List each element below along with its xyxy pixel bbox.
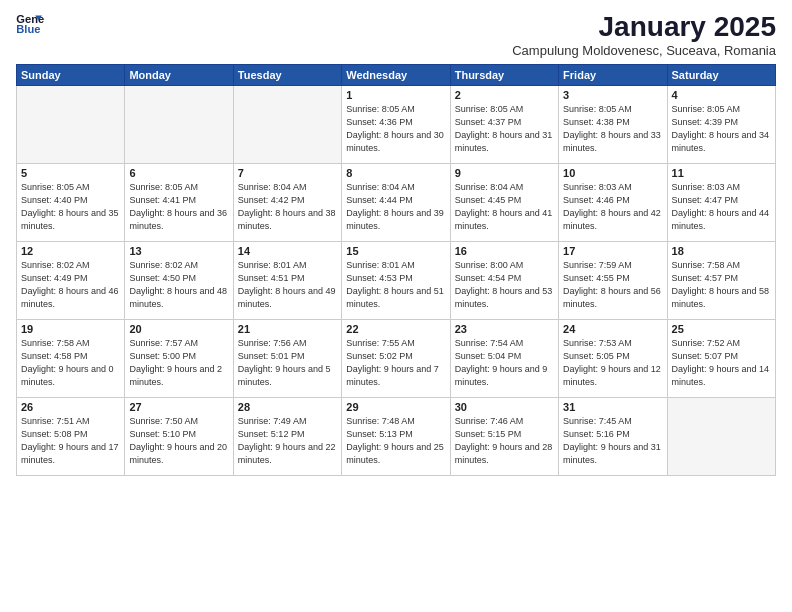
day-info: Sunrise: 8:05 AM Sunset: 4:39 PM Dayligh…	[672, 103, 771, 155]
header-saturday: Saturday	[667, 64, 775, 85]
day-number: 25	[672, 323, 771, 335]
calendar-cell	[125, 85, 233, 163]
calendar-cell	[233, 85, 341, 163]
day-info: Sunrise: 7:53 AM Sunset: 5:05 PM Dayligh…	[563, 337, 662, 389]
calendar-cell: 7Sunrise: 8:04 AM Sunset: 4:42 PM Daylig…	[233, 163, 341, 241]
calendar-cell: 25Sunrise: 7:52 AM Sunset: 5:07 PM Dayli…	[667, 319, 775, 397]
calendar-table: Sunday Monday Tuesday Wednesday Thursday…	[16, 64, 776, 476]
header-tuesday: Tuesday	[233, 64, 341, 85]
day-number: 27	[129, 401, 228, 413]
weekday-header-row: Sunday Monday Tuesday Wednesday Thursday…	[17, 64, 776, 85]
day-info: Sunrise: 7:57 AM Sunset: 5:00 PM Dayligh…	[129, 337, 228, 389]
week-row-2: 5Sunrise: 8:05 AM Sunset: 4:40 PM Daylig…	[17, 163, 776, 241]
day-number: 3	[563, 89, 662, 101]
day-info: Sunrise: 8:04 AM Sunset: 4:44 PM Dayligh…	[346, 181, 445, 233]
calendar-cell: 10Sunrise: 8:03 AM Sunset: 4:46 PM Dayli…	[559, 163, 667, 241]
header-thursday: Thursday	[450, 64, 558, 85]
day-number: 4	[672, 89, 771, 101]
day-info: Sunrise: 8:05 AM Sunset: 4:37 PM Dayligh…	[455, 103, 554, 155]
calendar-cell: 29Sunrise: 7:48 AM Sunset: 5:13 PM Dayli…	[342, 397, 450, 475]
day-info: Sunrise: 7:56 AM Sunset: 5:01 PM Dayligh…	[238, 337, 337, 389]
day-number: 10	[563, 167, 662, 179]
svg-text:Blue: Blue	[16, 23, 40, 35]
calendar-cell: 18Sunrise: 7:58 AM Sunset: 4:57 PM Dayli…	[667, 241, 775, 319]
calendar-cell: 11Sunrise: 8:03 AM Sunset: 4:47 PM Dayli…	[667, 163, 775, 241]
page: General Blue January 2025 Campulung Mold…	[0, 0, 792, 612]
day-number: 16	[455, 245, 554, 257]
header: General Blue January 2025 Campulung Mold…	[16, 12, 776, 58]
calendar-cell: 3Sunrise: 8:05 AM Sunset: 4:38 PM Daylig…	[559, 85, 667, 163]
calendar-cell: 27Sunrise: 7:50 AM Sunset: 5:10 PM Dayli…	[125, 397, 233, 475]
day-number: 5	[21, 167, 120, 179]
day-number: 29	[346, 401, 445, 413]
day-info: Sunrise: 8:04 AM Sunset: 4:42 PM Dayligh…	[238, 181, 337, 233]
day-info: Sunrise: 8:00 AM Sunset: 4:54 PM Dayligh…	[455, 259, 554, 311]
day-number: 1	[346, 89, 445, 101]
subtitle: Campulung Moldovenesc, Suceava, Romania	[512, 43, 776, 58]
calendar-cell: 12Sunrise: 8:02 AM Sunset: 4:49 PM Dayli…	[17, 241, 125, 319]
header-wednesday: Wednesday	[342, 64, 450, 85]
week-row-4: 19Sunrise: 7:58 AM Sunset: 4:58 PM Dayli…	[17, 319, 776, 397]
calendar-cell: 1Sunrise: 8:05 AM Sunset: 4:36 PM Daylig…	[342, 85, 450, 163]
day-info: Sunrise: 8:02 AM Sunset: 4:50 PM Dayligh…	[129, 259, 228, 311]
calendar-cell: 13Sunrise: 8:02 AM Sunset: 4:50 PM Dayli…	[125, 241, 233, 319]
day-info: Sunrise: 7:58 AM Sunset: 4:58 PM Dayligh…	[21, 337, 120, 389]
day-number: 21	[238, 323, 337, 335]
calendar-cell	[667, 397, 775, 475]
calendar-cell: 4Sunrise: 8:05 AM Sunset: 4:39 PM Daylig…	[667, 85, 775, 163]
day-number: 24	[563, 323, 662, 335]
day-number: 23	[455, 323, 554, 335]
calendar-cell: 8Sunrise: 8:04 AM Sunset: 4:44 PM Daylig…	[342, 163, 450, 241]
calendar-cell: 28Sunrise: 7:49 AM Sunset: 5:12 PM Dayli…	[233, 397, 341, 475]
calendar-cell: 15Sunrise: 8:01 AM Sunset: 4:53 PM Dayli…	[342, 241, 450, 319]
day-info: Sunrise: 8:05 AM Sunset: 4:41 PM Dayligh…	[129, 181, 228, 233]
calendar-cell: 26Sunrise: 7:51 AM Sunset: 5:08 PM Dayli…	[17, 397, 125, 475]
week-row-5: 26Sunrise: 7:51 AM Sunset: 5:08 PM Dayli…	[17, 397, 776, 475]
day-number: 18	[672, 245, 771, 257]
day-info: Sunrise: 7:49 AM Sunset: 5:12 PM Dayligh…	[238, 415, 337, 467]
header-monday: Monday	[125, 64, 233, 85]
calendar-cell: 6Sunrise: 8:05 AM Sunset: 4:41 PM Daylig…	[125, 163, 233, 241]
day-number: 9	[455, 167, 554, 179]
day-number: 2	[455, 89, 554, 101]
month-title: January 2025	[512, 12, 776, 43]
day-number: 28	[238, 401, 337, 413]
day-info: Sunrise: 8:05 AM Sunset: 4:38 PM Dayligh…	[563, 103, 662, 155]
calendar-cell: 30Sunrise: 7:46 AM Sunset: 5:15 PM Dayli…	[450, 397, 558, 475]
header-friday: Friday	[559, 64, 667, 85]
day-number: 26	[21, 401, 120, 413]
day-info: Sunrise: 7:52 AM Sunset: 5:07 PM Dayligh…	[672, 337, 771, 389]
day-number: 11	[672, 167, 771, 179]
logo: General Blue	[16, 12, 44, 36]
calendar-cell: 19Sunrise: 7:58 AM Sunset: 4:58 PM Dayli…	[17, 319, 125, 397]
calendar-cell: 22Sunrise: 7:55 AM Sunset: 5:02 PM Dayli…	[342, 319, 450, 397]
day-info: Sunrise: 7:55 AM Sunset: 5:02 PM Dayligh…	[346, 337, 445, 389]
day-number: 13	[129, 245, 228, 257]
day-number: 14	[238, 245, 337, 257]
day-info: Sunrise: 7:51 AM Sunset: 5:08 PM Dayligh…	[21, 415, 120, 467]
calendar-cell: 14Sunrise: 8:01 AM Sunset: 4:51 PM Dayli…	[233, 241, 341, 319]
day-number: 30	[455, 401, 554, 413]
calendar-cell: 16Sunrise: 8:00 AM Sunset: 4:54 PM Dayli…	[450, 241, 558, 319]
day-number: 12	[21, 245, 120, 257]
day-number: 15	[346, 245, 445, 257]
calendar-cell: 24Sunrise: 7:53 AM Sunset: 5:05 PM Dayli…	[559, 319, 667, 397]
day-info: Sunrise: 8:04 AM Sunset: 4:45 PM Dayligh…	[455, 181, 554, 233]
calendar-cell: 17Sunrise: 7:59 AM Sunset: 4:55 PM Dayli…	[559, 241, 667, 319]
day-info: Sunrise: 8:03 AM Sunset: 4:47 PM Dayligh…	[672, 181, 771, 233]
week-row-1: 1Sunrise: 8:05 AM Sunset: 4:36 PM Daylig…	[17, 85, 776, 163]
calendar-cell: 31Sunrise: 7:45 AM Sunset: 5:16 PM Dayli…	[559, 397, 667, 475]
day-info: Sunrise: 7:54 AM Sunset: 5:04 PM Dayligh…	[455, 337, 554, 389]
logo-icon: General Blue	[16, 12, 44, 36]
day-number: 8	[346, 167, 445, 179]
day-number: 6	[129, 167, 228, 179]
day-info: Sunrise: 8:03 AM Sunset: 4:46 PM Dayligh…	[563, 181, 662, 233]
calendar-cell: 5Sunrise: 8:05 AM Sunset: 4:40 PM Daylig…	[17, 163, 125, 241]
title-area: January 2025 Campulung Moldovenesc, Suce…	[512, 12, 776, 58]
day-number: 7	[238, 167, 337, 179]
day-info: Sunrise: 8:05 AM Sunset: 4:40 PM Dayligh…	[21, 181, 120, 233]
day-info: Sunrise: 8:02 AM Sunset: 4:49 PM Dayligh…	[21, 259, 120, 311]
day-info: Sunrise: 8:01 AM Sunset: 4:53 PM Dayligh…	[346, 259, 445, 311]
calendar-cell: 9Sunrise: 8:04 AM Sunset: 4:45 PM Daylig…	[450, 163, 558, 241]
day-info: Sunrise: 7:50 AM Sunset: 5:10 PM Dayligh…	[129, 415, 228, 467]
